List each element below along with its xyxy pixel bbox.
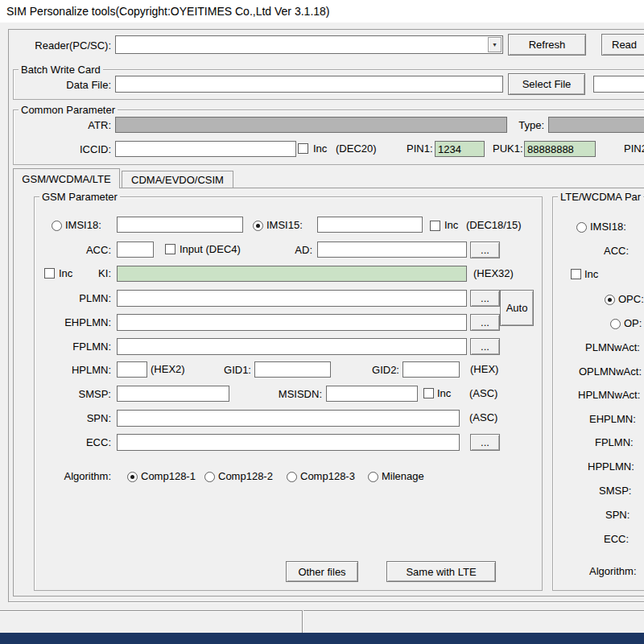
acc-input-dec4-checkbox[interactable] [165,244,175,254]
other-files-button[interactable]: Other files [286,561,358,582]
tab-gsm-label: GSM/WCDMA/LTE [22,173,110,185]
spn-input[interactable] [117,410,460,427]
lte-oplmnwact-label: OPLMNwAct: [579,365,642,378]
common-parameter-title: Common Parameter [19,104,118,116]
imsi15-input[interactable] [317,217,423,233]
acc-input[interactable] [117,242,154,258]
ecc-label: ECC: [24,436,111,449]
ecc-input[interactable] [117,434,460,451]
lte-op-radio[interactable] [610,319,621,329]
plmn-input[interactable] [117,290,467,307]
ad-browse-button[interactable]: ... [470,242,500,258]
hplmn-label: HPLMN: [24,364,111,377]
pin1-input[interactable] [435,141,485,157]
select-file-button[interactable]: Select File [508,73,585,95]
lte-ecc-label: ECC: [604,533,629,546]
plmn-label: PLMN: [24,292,111,305]
dropdown-arrow-icon[interactable]: ▼ [488,37,502,52]
msisdn-input[interactable] [326,386,418,402]
lte-parameter-title: LTE/WCDMA Par [558,191,643,203]
atr-label: ATR: [24,119,111,132]
puk1-label: PUK1: [493,142,523,155]
ehplmn-browse-button[interactable]: ... [470,314,500,331]
fplmn-input[interactable] [117,338,467,355]
batch-write-card-title: Batch Write Card [19,64,103,76]
alg-milenage-label: Milenage [382,470,424,483]
refresh-button[interactable]: Refresh [508,34,586,56]
lte-opc-radio[interactable] [605,295,615,305]
algorithm-label: Algorithm: [24,470,111,483]
iccid-inc-label: Inc [313,142,327,155]
alg-comp128-2-radio[interactable] [204,472,215,482]
hplmn-hex2-label: (HEX2) [151,363,185,376]
puk1-input[interactable] [524,141,596,157]
alg-milenage-radio[interactable] [368,472,378,482]
same-with-lte-button[interactable]: Same with LTE [386,561,496,582]
alg-comp128-3-label: Comp128-3 [300,470,355,483]
lte-inc-checkbox[interactable] [571,269,581,279]
app-window: SIM Personalize tools(Copyright:OYEITIME… [0,0,644,644]
ehplmn-input[interactable] [117,314,467,331]
lte-imsi18-radio[interactable] [576,222,587,233]
reader-combobox-input[interactable] [117,37,487,52]
iccid-inc-checkbox[interactable] [298,143,308,154]
gid1-input[interactable] [254,361,331,378]
spn-label: SPN: [24,412,111,425]
status-divider-horizontal [0,610,644,612]
batch-extra-field[interactable] [593,76,644,93]
imsi15-radio[interactable] [253,221,263,231]
smsp-label: SMSP: [24,388,111,401]
ki-input[interactable] [117,266,467,282]
msisdn-label: MSISDN: [270,388,322,401]
reader-combobox[interactable]: ▼ [115,35,503,54]
imsi-inc-label: Inc [444,219,458,232]
lte-smsp-label: SMSP: [599,485,631,497]
lte-opc-label: OPC: [618,293,644,306]
tab-cdma-evdo-csim[interactable]: CDMA/EVDO/CSIM [122,171,233,188]
plmn-auto-button[interactable]: Auto [500,290,534,326]
ad-input[interactable] [317,242,467,258]
smsp-asc-label: (ASC) [469,387,497,400]
lte-plmnwact-label: PLMNwAct: [585,341,640,354]
lte-hplmnwact-label: HPLMNwAct: [578,389,640,402]
spn-asc-label: (ASC) [469,411,497,424]
msisdn-inc-checkbox[interactable] [423,388,434,398]
ki-label: KI: [24,267,111,280]
data-file-input[interactable] [115,76,503,93]
ecc-browse-button[interactable]: ... [470,434,500,451]
iccid-input[interactable] [115,141,296,157]
type-label: Type: [512,119,544,132]
alg-comp128-3-radio[interactable] [287,472,297,482]
tab-gsm-wcdma-lte[interactable]: GSM/WCDMA/LTE [13,168,120,188]
lte-imsi18-label: IMSI18: [590,221,626,233]
pin2-label: PIN2 [624,142,644,155]
acc-label: ACC: [24,244,111,257]
imsi15-label: IMSI15: [266,219,303,232]
status-divider-vertical [302,610,303,633]
alg-comp128-1-radio[interactable] [127,472,138,482]
fplmn-label: FPLMN: [24,341,111,353]
imsi-inc-checkbox[interactable] [430,221,440,231]
ehplmn-label: EHPLMN: [24,316,111,329]
imsi18-radio[interactable] [52,221,62,231]
imsi-dec1815-label: (DEC18/15) [466,219,522,232]
read-button[interactable]: Read [601,34,644,56]
smsp-input[interactable] [117,386,229,402]
data-file-label: Data File: [24,79,111,92]
gid2-input[interactable] [402,361,460,378]
lte-algorithm-label: Algorithm: [589,565,637,578]
imsi18-input[interactable] [117,217,243,233]
gsm-parameter-title: GSM Parameter [39,191,120,203]
reader-label: Reader(PC/SC): [24,39,111,52]
taskbar [0,633,644,644]
imsi18-label: IMSI18: [65,219,101,232]
type-field [548,117,644,133]
plmn-browse-button[interactable]: ... [470,290,500,307]
hplmn-input[interactable] [117,361,147,378]
lte-op-label: OP: [624,317,642,330]
lte-ehplmn-label: EHPLMN: [589,413,636,426]
lte-fplmn-label: FPLMN: [595,436,634,449]
lte-acc-label: ACC: [604,245,629,258]
window-titlebar: SIM Personalize tools(Copyright:OYEITIME… [0,0,644,23]
fplmn-browse-button[interactable]: ... [470,338,500,355]
